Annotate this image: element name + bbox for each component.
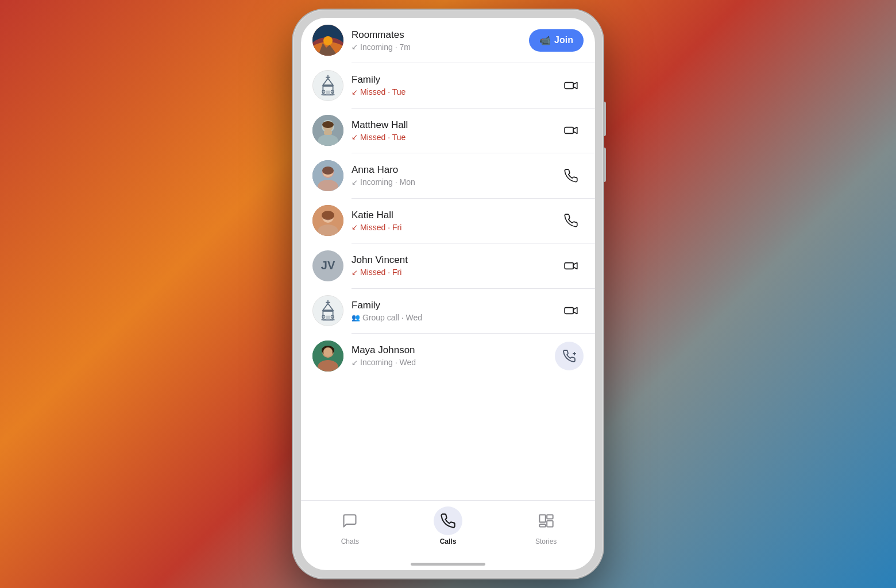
call-item-katie-hall[interactable]: Katie Hall ↙ Missed · Fri [301, 198, 595, 243]
call-item-roommates[interactable]: Roommates ↙ Incoming · 7m 📹 Join [301, 18, 595, 63]
svg-rect-52 [547, 515, 553, 519]
svg-marker-22 [573, 127, 577, 134]
stories-icon [538, 513, 554, 529]
call-name-family-2: Family [352, 300, 550, 311]
calls-icon [440, 513, 456, 529]
call-item-family-2[interactable]: Family 👥 Group call · Wed [301, 288, 595, 333]
call-detail-maya-johnson: ↙ Incoming · Wed [352, 358, 547, 367]
call-info-family-2: Family 👥 Group call · Wed [352, 300, 550, 322]
svg-marker-33 [573, 262, 577, 269]
avatar-katie-hall [312, 205, 343, 236]
chat-icon [342, 513, 358, 529]
phone-container: Roommates ↙ Incoming · 7m 📹 Join [293, 10, 603, 578]
avatar-family-2 [312, 295, 343, 326]
avatar-maya-johnson [312, 341, 343, 372]
add-call-button[interactable] [555, 342, 584, 370]
call-name-family-1: Family [352, 74, 550, 86]
avatar-john-vincent: JV [312, 250, 343, 281]
nav-icon-wrap-chats [335, 506, 364, 535]
phone-frame: Roommates ↙ Incoming · 7m 📹 Join [293, 10, 603, 578]
call-item-john-vincent[interactable]: JV John Vincent ↙ Missed · Fri [301, 243, 595, 288]
svg-rect-10 [326, 90, 330, 95]
avatar-family-1 [312, 70, 343, 101]
avatar-matthew-hall [312, 115, 343, 146]
nav-label-chats: Chats [341, 537, 359, 546]
bottom-nav: Chats Calls [301, 500, 595, 563]
video-call-action-matthew[interactable] [558, 118, 584, 143]
svg-marker-43 [573, 308, 577, 314]
svg-point-19 [322, 121, 334, 128]
nav-label-calls: Calls [440, 537, 457, 546]
svg-rect-53 [547, 521, 553, 527]
call-detail-roommates: ↙ Incoming · 7m [352, 42, 521, 52]
call-detail-family-1: ↙ Missed · Tue [352, 87, 550, 96]
svg-point-3 [323, 36, 333, 45]
call-name-anna-haro: Anna Haro [352, 164, 550, 176]
call-name-roommates: Roommates [352, 29, 521, 41]
call-info-maya-johnson: Maya Johnson ↙ Incoming · Wed [352, 345, 547, 367]
call-name-katie-hall: Katie Hall [352, 210, 550, 221]
home-indicator [411, 563, 485, 566]
svg-rect-54 [539, 524, 546, 527]
call-item-anna-haro[interactable]: Anna Haro ↙ Incoming · Mon [301, 153, 595, 198]
nav-label-stories: Stories [535, 537, 557, 546]
call-name-maya-johnson: Maya Johnson [352, 345, 547, 356]
call-item-matthew-hall[interactable]: Matthew Hall ↙ Missed · Tue [301, 108, 595, 153]
call-detail-katie-hall: ↙ Missed · Fri [352, 223, 550, 232]
call-item-maya-johnson[interactable]: Maya Johnson ↙ Incoming · Wed [301, 334, 595, 378]
call-name-matthew-hall: Matthew Hall [352, 119, 550, 131]
join-label: Join [554, 35, 573, 45]
nav-icon-wrap-calls [434, 506, 462, 535]
svg-point-30 [322, 211, 334, 220]
call-info-john-vincent: John Vincent ↙ Missed · Fri [352, 254, 550, 277]
svg-marker-14 [573, 82, 577, 88]
svg-point-26 [322, 167, 334, 175]
call-detail-matthew-hall: ↙ Missed · Tue [352, 133, 550, 142]
join-video-icon: 📹 [539, 35, 551, 46]
phone-call-action-anna[interactable] [558, 163, 584, 188]
nav-item-stories[interactable]: Stories [497, 506, 595, 546]
screen-content: Roommates ↙ Incoming · 7m 📹 Join [301, 18, 595, 570]
call-list[interactable]: Roommates ↙ Incoming · 7m 📹 Join [301, 18, 595, 500]
call-detail-john-vincent: ↙ Missed · Fri [352, 268, 550, 277]
call-info-katie-hall: Katie Hall ↙ Missed · Fri [352, 210, 550, 232]
call-info-anna-haro: Anna Haro ↙ Incoming · Mon [352, 164, 550, 187]
svg-rect-20 [324, 130, 332, 135]
call-detail-anna-haro: ↙ Incoming · Mon [352, 177, 550, 187]
avatar-roommates [312, 25, 343, 56]
video-call-action-john[interactable] [558, 253, 584, 278]
nav-item-calls[interactable]: Calls [399, 506, 497, 546]
join-button[interactable]: 📹 Join [529, 29, 584, 52]
nav-item-chats[interactable]: Chats [301, 506, 399, 546]
svg-rect-51 [539, 515, 546, 523]
call-item-family-1[interactable]: Family ↙ Missed · Tue [301, 63, 595, 108]
svg-rect-39 [326, 316, 330, 320]
call-info-matthew-hall: Matthew Hall ↙ Missed · Tue [352, 119, 550, 142]
avatar-anna-haro [312, 160, 343, 191]
call-info-roommates: Roommates ↙ Incoming · 7m [352, 29, 521, 52]
phone-screen: Roommates ↙ Incoming · 7m 📹 Join [301, 18, 595, 570]
svg-rect-32 [565, 262, 573, 269]
svg-point-48 [323, 347, 333, 357]
video-call-action-family-1[interactable] [558, 73, 584, 98]
call-info-family-1: Family ↙ Missed · Tue [352, 74, 550, 96]
phone-call-action-katie[interactable] [558, 208, 584, 233]
call-name-john-vincent: John Vincent [352, 254, 550, 266]
svg-rect-13 [565, 82, 573, 88]
nav-icon-wrap-stories [532, 506, 561, 535]
call-detail-family-2: 👥 Group call · Wed [352, 313, 550, 322]
initials-john-vincent: JV [321, 259, 335, 272]
video-call-action-family-2[interactable] [558, 298, 584, 323]
svg-rect-42 [565, 308, 573, 314]
svg-rect-21 [565, 127, 573, 134]
